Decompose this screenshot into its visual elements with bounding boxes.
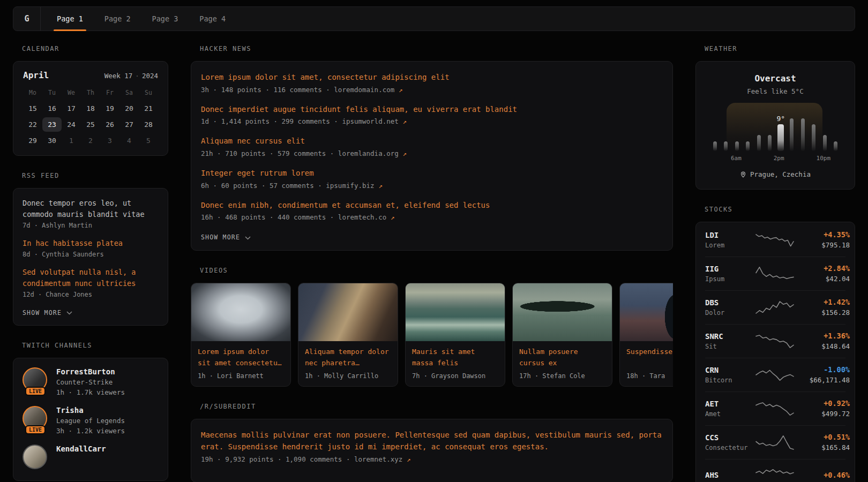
weather-bar-slot — [830, 102, 842, 151]
channel-info: ForrestBurtonCounter-Strike1h · 1.7k vie… — [56, 367, 125, 396]
weather-tick — [742, 155, 752, 162]
calendar-day: 20 — [119, 101, 139, 116]
logo[interactable]: G — [13, 7, 40, 31]
calendar-day-header: Fr — [100, 85, 119, 100]
twitch-widget: LIVEForrestBurtonCounter-Strike1h · 1.7k… — [13, 358, 168, 481]
calendar-day: 18 — [81, 101, 100, 116]
rss-item-title[interactable]: Sed volutpat nulla nisl, a condimentum n… — [23, 267, 159, 289]
video-card[interactable]: Aliquam tempor dolor nec pharetra…1h · M… — [298, 283, 398, 387]
video-title: Suspendisse diam — [626, 347, 673, 369]
stock-ticker: CRN — [705, 366, 755, 374]
hacker-news-item-title[interactable]: Aliquam nec cursus elit — [201, 135, 663, 147]
weather-bar-slot — [765, 102, 776, 151]
twitch-channel[interactable]: LIVEForrestBurtonCounter-Strike1h · 1.7k… — [23, 367, 159, 396]
video-title: Nullam posuere cursus ex — [519, 347, 605, 369]
rss-section-title: RSS FEED — [22, 172, 168, 179]
active-tab-underline — [54, 29, 86, 31]
stock-sparkline — [755, 434, 794, 451]
stock-sparkline — [755, 265, 794, 282]
weather-tick: 6am — [731, 155, 742, 162]
calendar-day: 26 — [100, 117, 119, 132]
video-thumbnail — [513, 283, 612, 341]
calendar-week-year: Week 17·2024 — [104, 72, 158, 80]
video-thumbnail — [191, 283, 290, 341]
weather-tick — [763, 155, 774, 162]
video-meta: 17h · Stefan Cole — [519, 372, 605, 380]
weather-bar-slot — [709, 102, 721, 151]
hacker-news-item-meta: 1d · 1,414 points · 299 comments · ipsum… — [201, 117, 663, 125]
tab-page-3[interactable]: Page 3 — [141, 7, 189, 31]
weather-tick — [830, 155, 841, 162]
stock-row: CRNBitcorn-1.00%$66,171.48 — [705, 358, 845, 391]
rss-item-title[interactable]: In hac habitasse platea — [23, 238, 159, 249]
stock-ticker: AHS — [705, 471, 755, 479]
twitch-channel[interactable]: KendallCarr — [23, 445, 159, 469]
calendar-grid: MoTuWeThFrSaSu15161718192021222324252627… — [23, 85, 158, 148]
weather-bar-slot — [787, 102, 798, 151]
rss-show-more-button[interactable]: SHOW MORE — [23, 309, 72, 317]
rss-item-title[interactable]: Donec tempor eros leo, ut commodo mauris… — [23, 198, 159, 220]
weather-tick — [709, 155, 720, 162]
subreddit-section-title: /R/SUBREDDIT — [200, 403, 673, 410]
show-more-label: SHOW MORE — [23, 309, 62, 317]
video-title: Aliquam tempor dolor nec pharetra… — [305, 347, 391, 369]
video-card[interactable]: Mauris sit amet massa felis7h · Grayson … — [405, 283, 505, 387]
stock-change: +1.42% — [794, 298, 850, 306]
weather-temp-label: 9° — [776, 115, 785, 123]
calendar-day: 21 — [139, 101, 158, 116]
chevron-down-icon — [245, 236, 251, 240]
calendar-day: 28 — [139, 117, 158, 132]
header-divider — [40, 7, 41, 31]
tab-label: Page 4 — [199, 14, 226, 23]
stock-info: DBSDolor — [705, 298, 755, 317]
hacker-news-item-title[interactable]: Donec imperdiet augue tincidunt felis al… — [201, 104, 663, 116]
hacker-news-item-title[interactable]: Integer eget rutrum lorem — [201, 168, 663, 179]
hacker-news-show-more-button[interactable]: SHOW MORE — [201, 234, 251, 241]
stock-ticker: IIG — [705, 265, 755, 273]
weather-bar — [801, 118, 805, 151]
stock-price: $165.84 — [794, 443, 850, 451]
stock-ticker: AET — [705, 400, 755, 408]
weather-tick: 10pm — [817, 155, 831, 162]
tab-page-2[interactable]: Page 2 — [94, 7, 141, 31]
stock-name: Lorem — [705, 242, 755, 249]
hacker-news-item-title[interactable]: Donec enim nibh, condimentum et accumsan… — [201, 200, 663, 212]
video-meta: 1h · Lori Barnett — [198, 372, 284, 380]
stock-change: +1.36% — [794, 332, 850, 340]
twitch-channel[interactable]: LIVETrishaLeague of Legends3h · 1.2k vie… — [23, 406, 159, 435]
twitch-section: TWITCH CHANNELS LIVEForrestBurtonCounter… — [13, 342, 168, 481]
hacker-news-list: Lorem ipsum dolor sit amet, consectetur … — [201, 72, 663, 221]
video-thumbnail — [620, 283, 673, 341]
calendar-day-header: Tu — [42, 85, 62, 100]
stock-info: CRNBitcorn — [705, 366, 755, 384]
stock-info: CCSConsectetur — [705, 433, 755, 451]
video-card[interactable]: Nullam posuere cursus ex17h · Stefan Col… — [512, 283, 612, 387]
stock-price: $148.64 — [794, 342, 850, 350]
location-pin-icon — [740, 171, 746, 178]
stock-row: IIGIpsum+2.84%$42.04 — [705, 257, 845, 290]
video-card[interactable]: Suspendisse diam18h · Tara — [619, 283, 673, 387]
stock-sparkline — [755, 366, 794, 383]
hacker-news-item-title[interactable]: Lorem ipsum dolor sit amet, consectetur … — [201, 72, 663, 84]
stock-change: +0.51% — [794, 433, 850, 441]
channel-game: Counter-Strike — [56, 378, 125, 386]
channel-info: KendallCarr — [56, 445, 106, 453]
stock-row: LDILorem+4.35%$795.18 — [705, 223, 845, 257]
stock-values: +0.51%$165.84 — [794, 433, 850, 451]
video-title: Mauris sit amet massa felis — [412, 347, 498, 369]
tab-page-4[interactable]: Page 4 — [189, 7, 236, 31]
stock-info: IIGIpsum — [705, 265, 755, 283]
hacker-news-section-title: HACKER NEWS — [200, 45, 673, 52]
subreddit-item-title[interactable]: Maecenas mollis pulvinar erat non posuer… — [201, 430, 663, 453]
video-card[interactable]: Lorem ipsum dolor sit amet consectetu…1h… — [191, 283, 291, 387]
stock-change: -1.00% — [794, 365, 850, 374]
channel-name: Trisha — [56, 406, 125, 415]
stock-change: +0.46% — [794, 471, 850, 479]
tab-page-1[interactable]: Page 1 — [46, 7, 94, 31]
stock-row: AETAmet+0.92%$499.72 — [705, 391, 845, 425]
stock-price: $499.72 — [794, 410, 850, 418]
hacker-news-item: Donec imperdiet augue tincidunt felis al… — [201, 104, 663, 126]
calendar-day-header: We — [62, 85, 81, 100]
weather-condition: Overcast — [708, 73, 843, 84]
right-column: WEATHER Overcast Feels like 5°C 9° 6am2p… — [695, 45, 855, 482]
